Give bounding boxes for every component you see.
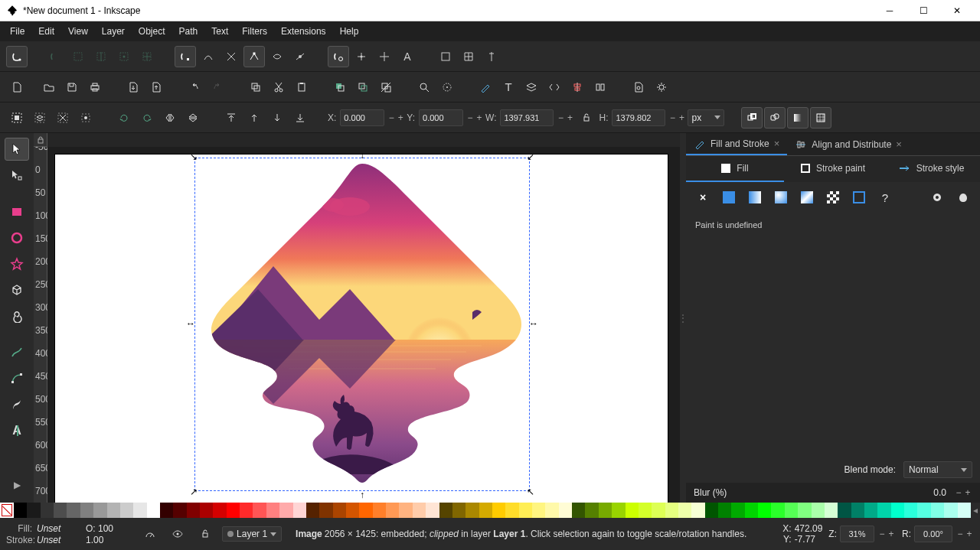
palette-swatch[interactable] bbox=[585, 503, 598, 518]
fill-unknown-button[interactable]: ? bbox=[877, 190, 893, 205]
palette-swatch[interactable] bbox=[891, 503, 904, 518]
zoom-spinner[interactable]: −+ bbox=[877, 529, 896, 539]
window-maximize-button[interactable]: ☐ bbox=[906, 0, 940, 21]
x-input[interactable] bbox=[340, 109, 384, 126]
palette-swatch[interactable] bbox=[545, 503, 558, 518]
selection-handle-e[interactable]: ↔ bbox=[530, 320, 537, 327]
palette-swatch[interactable] bbox=[93, 503, 106, 518]
fill-pattern-button[interactable] bbox=[825, 190, 841, 205]
zoom-input[interactable] bbox=[840, 526, 874, 542]
menu-help[interactable]: Help bbox=[333, 23, 366, 40]
fill-flat-button[interactable] bbox=[721, 190, 737, 205]
selection-box[interactable] bbox=[194, 158, 530, 491]
status-fill-value[interactable]: Unset bbox=[37, 523, 69, 534]
rotate-ccw-button[interactable] bbox=[113, 107, 135, 129]
unlink-clone-button[interactable] bbox=[375, 76, 397, 98]
snap-intersection-button[interactable] bbox=[220, 46, 242, 67]
palette-swatch[interactable] bbox=[160, 503, 173, 518]
palette-swatch[interactable] bbox=[240, 503, 253, 518]
palette-swatch[interactable] bbox=[107, 503, 120, 518]
snap-node-smooth-button[interactable] bbox=[266, 46, 288, 67]
select-all-button[interactable] bbox=[6, 107, 28, 129]
flip-horizontal-button[interactable] bbox=[159, 107, 181, 129]
palette-swatch[interactable] bbox=[758, 503, 771, 518]
status-opacity-value[interactable]: 100 bbox=[98, 523, 113, 534]
palette-swatch[interactable] bbox=[227, 503, 240, 518]
fill-radial-gradient-button[interactable] bbox=[773, 190, 789, 205]
bezier-tool[interactable] bbox=[5, 367, 29, 390]
clone-button[interactable] bbox=[352, 76, 374, 98]
palette-swatch[interactable] bbox=[678, 503, 691, 518]
zoom-selection-button[interactable] bbox=[413, 76, 435, 98]
palette-swatch[interactable] bbox=[120, 503, 133, 518]
palette-swatch[interactable] bbox=[253, 503, 266, 518]
raise-top-button[interactable] bbox=[220, 107, 242, 129]
layer-visibility-button[interactable] bbox=[167, 523, 188, 545]
redo-button[interactable] bbox=[207, 76, 228, 98]
transform-gradient-button[interactable] bbox=[787, 107, 808, 129]
w-spinner[interactable]: −+ bbox=[556, 112, 574, 123]
zoom-drawing-button[interactable] bbox=[436, 76, 458, 98]
palette-swatch[interactable] bbox=[745, 503, 758, 518]
palette-swatch[interactable] bbox=[851, 503, 864, 518]
lower-bottom-button[interactable] bbox=[289, 107, 311, 129]
palette-swatch[interactable] bbox=[147, 503, 160, 518]
preferences-button[interactable] bbox=[651, 76, 672, 98]
new-document-button[interactable] bbox=[6, 76, 28, 98]
fill-linear-gradient-button[interactable] bbox=[747, 190, 763, 205]
palette-swatch[interactable] bbox=[864, 503, 877, 518]
palette-swatch[interactable] bbox=[559, 503, 572, 518]
text-tool[interactable]: A bbox=[5, 419, 29, 442]
palette-swatch[interactable] bbox=[505, 503, 518, 518]
window-minimize-button[interactable]: ─ bbox=[873, 0, 906, 21]
fill-swatch-button[interactable] bbox=[851, 190, 867, 205]
palette-swatch[interactable] bbox=[626, 503, 639, 518]
h-spinner[interactable]: −+ bbox=[668, 112, 686, 123]
palette-swatch[interactable] bbox=[877, 503, 890, 518]
layers-dialog-button[interactable] bbox=[521, 76, 542, 98]
lock-aspect-button[interactable] bbox=[576, 107, 597, 129]
ruler-lock-button[interactable] bbox=[34, 133, 47, 147]
export-button[interactable] bbox=[145, 76, 167, 98]
palette-swatch[interactable] bbox=[904, 503, 917, 518]
palette-swatch[interactable] bbox=[532, 503, 545, 518]
snap-text-baseline-button[interactable]: A bbox=[397, 46, 418, 67]
snap-bbox-corner-button[interactable] bbox=[67, 46, 89, 67]
fill-solid-button[interactable] bbox=[956, 190, 971, 205]
palette-swatch[interactable] bbox=[599, 503, 612, 518]
palette-swatch[interactable] bbox=[785, 503, 798, 518]
copy-button[interactable] bbox=[245, 76, 266, 98]
palette-swatch[interactable] bbox=[798, 503, 811, 518]
subtab-fill[interactable]: Fill bbox=[686, 156, 784, 182]
palette-swatch[interactable] bbox=[200, 503, 213, 518]
y-input[interactable] bbox=[419, 109, 463, 126]
undo-button[interactable] bbox=[184, 76, 205, 98]
palette-swatch[interactable] bbox=[293, 503, 306, 518]
selection-handle-nw[interactable]: ↘ bbox=[190, 153, 198, 161]
window-close-button[interactable]: ✕ bbox=[940, 0, 974, 21]
blur-spinner[interactable]: −+ bbox=[954, 487, 972, 498]
open-button[interactable] bbox=[38, 76, 60, 98]
align-dialog-button[interactable] bbox=[567, 76, 588, 98]
star-tool[interactable] bbox=[5, 252, 29, 275]
close-tab-align[interactable]: × bbox=[896, 138, 902, 150]
node-tool[interactable] bbox=[5, 164, 29, 187]
lower-button[interactable] bbox=[266, 107, 288, 129]
snap-bbox-button[interactable] bbox=[44, 46, 66, 67]
menu-text[interactable]: Text bbox=[204, 23, 235, 40]
select-all-layers-button[interactable] bbox=[29, 107, 51, 129]
selection-handle-sw[interactable]: ↗ bbox=[190, 488, 198, 496]
palette-swatch[interactable] bbox=[80, 503, 93, 518]
fill-none-button[interactable]: × bbox=[695, 190, 710, 205]
selection-handle-n[interactable]: ↓ bbox=[358, 151, 366, 159]
vertical-ruler[interactable]: -100-50050100150200250300350400450500550… bbox=[34, 147, 47, 503]
snap-bbox-midpoint-button[interactable] bbox=[113, 46, 135, 67]
snap-rotation-center-button[interactable] bbox=[374, 46, 395, 67]
cut-button[interactable] bbox=[268, 76, 289, 98]
flip-vertical-button[interactable] bbox=[182, 107, 204, 129]
panel-drag-handle[interactable] bbox=[680, 133, 686, 503]
palette-swatch[interactable] bbox=[319, 503, 332, 518]
tab-align-distribute[interactable]: Align and Distribute × bbox=[787, 133, 910, 155]
x-spinner[interactable]: −+ bbox=[387, 112, 405, 123]
palette-swatch[interactable] bbox=[652, 503, 665, 518]
